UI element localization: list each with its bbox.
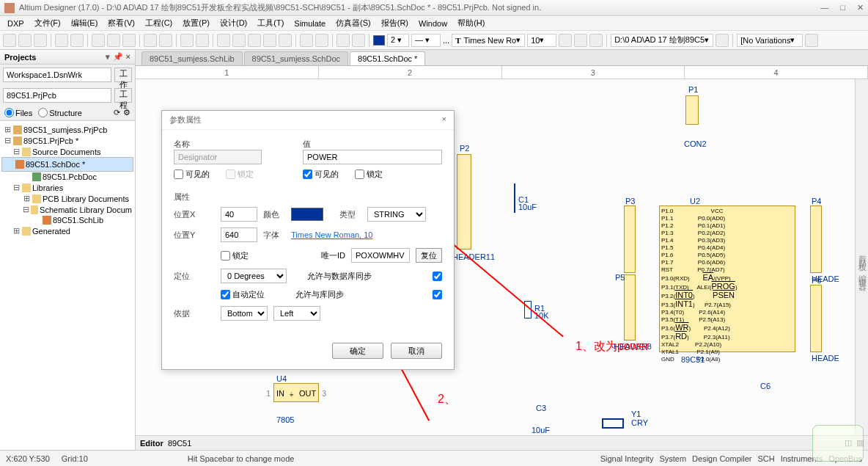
tree-node-schdoc[interactable]: 89C51.SchDoc * bbox=[1, 157, 133, 172]
tool-var[interactable] bbox=[805, 34, 818, 47]
part-u4[interactable]: IN ⏚ OUT bbox=[273, 383, 319, 402]
name-visible-check[interactable]: 可见的 bbox=[174, 169, 210, 180]
tree-node-prj2[interactable]: ⊟89C51.PrjPcb * bbox=[1, 135, 133, 146]
tool-cut[interactable] bbox=[92, 34, 105, 47]
value-input[interactable] bbox=[303, 150, 442, 164]
part-y1[interactable] bbox=[602, 418, 624, 429]
tool-zoom[interactable] bbox=[180, 34, 194, 47]
view-files-radio[interactable]: Files bbox=[4, 108, 32, 117]
menu-window[interactable]: Window bbox=[414, 18, 452, 29]
tool-paste[interactable] bbox=[122, 34, 136, 47]
tree-node-src[interactable]: ⊟Source Documents bbox=[1, 146, 133, 157]
uid-reset-button[interactable]: 复位 bbox=[416, 248, 442, 263]
menu-tools[interactable]: 工具(T) bbox=[253, 16, 288, 30]
tool-bus[interactable] bbox=[232, 34, 246, 47]
tool-sheet[interactable] bbox=[315, 34, 328, 47]
part-p3[interactable] bbox=[624, 205, 636, 273]
variations-combo[interactable]: [No Variations ▾ bbox=[737, 34, 803, 47]
fontsize-combo[interactable]: 10 ▾ bbox=[527, 34, 556, 47]
tree-node-schlib[interactable]: 89C51.SchLib bbox=[1, 215, 133, 225]
menu-design[interactable]: 设计(D) bbox=[216, 16, 251, 30]
tool-wire[interactable] bbox=[217, 34, 230, 47]
menu-project[interactable]: 工程(C) bbox=[141, 16, 177, 30]
tool-redo[interactable] bbox=[159, 34, 172, 47]
minimize-button[interactable]: — bbox=[820, 3, 828, 12]
maximize-button[interactable]: □ bbox=[840, 3, 845, 12]
project-field[interactable] bbox=[3, 88, 111, 103]
tool-preview[interactable] bbox=[70, 34, 84, 47]
menu-dxp[interactable]: DXP bbox=[3, 18, 29, 29]
posx-input[interactable] bbox=[221, 207, 257, 222]
just-v-select[interactable]: Bottom bbox=[221, 306, 268, 321]
part-p1[interactable] bbox=[685, 95, 699, 125]
font-link[interactable]: Times New Roman, 10 bbox=[291, 230, 372, 239]
uid-input[interactable] bbox=[351, 248, 410, 263]
tool-text[interactable] bbox=[336, 34, 350, 47]
menu-simulate[interactable]: Simulate bbox=[290, 18, 330, 29]
tree-settings-icon[interactable]: ⚙ bbox=[123, 108, 130, 117]
tree-node-pcbdoc[interactable]: 89C51.PcbDoc bbox=[1, 172, 133, 182]
posy-input[interactable] bbox=[221, 227, 257, 242]
tool-power[interactable] bbox=[279, 34, 292, 47]
part-p5[interactable] bbox=[624, 274, 636, 341]
name-locked-check[interactable]: 锁定 bbox=[226, 169, 254, 180]
tool-fit[interactable] bbox=[196, 34, 209, 47]
tool-underline[interactable] bbox=[589, 34, 603, 47]
tree-node-libs[interactable]: ⊟Libraries bbox=[1, 182, 133, 193]
status-si[interactable]: Signal Integrity bbox=[600, 454, 654, 463]
font-combo[interactable]: TTimes New Ro ▾ bbox=[452, 34, 525, 47]
cancel-button[interactable]: 取消 bbox=[391, 343, 442, 359]
sync-lib-check[interactable] bbox=[433, 290, 442, 299]
menu-simulator[interactable]: 仿真器(S) bbox=[331, 16, 375, 30]
orient-select[interactable]: 0 Degrees bbox=[221, 269, 287, 283]
just-h-select[interactable]: Left bbox=[273, 306, 320, 321]
ok-button[interactable]: 确定 bbox=[332, 343, 383, 359]
tool-copy[interactable] bbox=[107, 34, 120, 47]
linestyle-combo[interactable]: — ▾ bbox=[411, 34, 441, 47]
part-p4[interactable] bbox=[810, 205, 822, 273]
tree-node-pcblib[interactable]: ⊞PCB Library Documents bbox=[1, 193, 133, 204]
dialog-title-bar[interactable]: 参数属性 × bbox=[162, 111, 454, 130]
menu-file[interactable]: 文件(F) bbox=[30, 16, 65, 30]
tool-part[interactable] bbox=[300, 34, 313, 47]
status-sch[interactable]: SCH bbox=[757, 454, 774, 463]
tree-node-schlibfld[interactable]: ⊟Schematic Library Docum bbox=[1, 204, 133, 215]
sidebar-right[interactable]: 剪贴板 编辑器 bbox=[855, 79, 868, 435]
chat-widget[interactable] bbox=[812, 425, 864, 462]
pos-locked-check[interactable]: 锁定 bbox=[221, 250, 249, 261]
tab-schdoc2[interactable]: 89C51.SchDoc * bbox=[350, 51, 425, 65]
tool-net[interactable] bbox=[248, 34, 261, 47]
view-structure-radio[interactable]: Structure bbox=[38, 108, 82, 117]
part-p6[interactable] bbox=[810, 285, 822, 352]
name-input[interactable] bbox=[174, 150, 262, 164]
menu-place[interactable]: 放置(P) bbox=[178, 16, 214, 30]
tab-schdoc1[interactable]: 89C51_sumjess.SchDoc bbox=[244, 51, 348, 65]
value-visible-check[interactable]: 可见的 bbox=[303, 169, 339, 180]
type-select[interactable]: STRING bbox=[367, 207, 426, 222]
editor-tab[interactable]: Editor 89C51 bbox=[140, 439, 191, 448]
tool-port[interactable] bbox=[263, 34, 276, 47]
status-system[interactable]: System bbox=[659, 454, 686, 463]
part-p2[interactable] bbox=[457, 154, 471, 250]
value-locked-check[interactable]: 锁定 bbox=[355, 169, 383, 180]
project-button[interactable]: 工程 bbox=[114, 88, 132, 103]
close-button[interactable]: ✕ bbox=[857, 3, 864, 12]
tree-node-gen[interactable]: ⊞Generated bbox=[1, 225, 133, 236]
linewidth-combo[interactable]: 2 ▾ bbox=[387, 34, 409, 47]
tab-schlib[interactable]: 89C51_sumjess.SchLib bbox=[141, 51, 243, 65]
menu-view[interactable]: 察看(V) bbox=[103, 16, 139, 30]
tree-node-prj1[interactable]: ⊞89C51_sumjess.PrjPcb bbox=[1, 124, 133, 135]
dialog-close-icon[interactable]: × bbox=[442, 114, 446, 125]
tool-note[interactable] bbox=[352, 34, 365, 47]
tool-new[interactable] bbox=[3, 34, 16, 47]
tool-save[interactable] bbox=[34, 34, 47, 47]
tool-bold[interactable] bbox=[559, 34, 572, 47]
color-swatch[interactable] bbox=[373, 35, 385, 45]
tool-italic[interactable] bbox=[574, 34, 587, 47]
panel-pin-icon[interactable]: 📌 bbox=[113, 52, 123, 62]
tool-undo[interactable] bbox=[144, 34, 157, 47]
path-combo[interactable]: D:\0 AD\AD 17 绘制89C5 ▾ bbox=[611, 34, 713, 47]
tree-refresh-icon[interactable]: ⟳ bbox=[114, 108, 120, 117]
color-swatch-dlg[interactable] bbox=[291, 208, 323, 221]
tool-open[interactable] bbox=[18, 34, 32, 47]
